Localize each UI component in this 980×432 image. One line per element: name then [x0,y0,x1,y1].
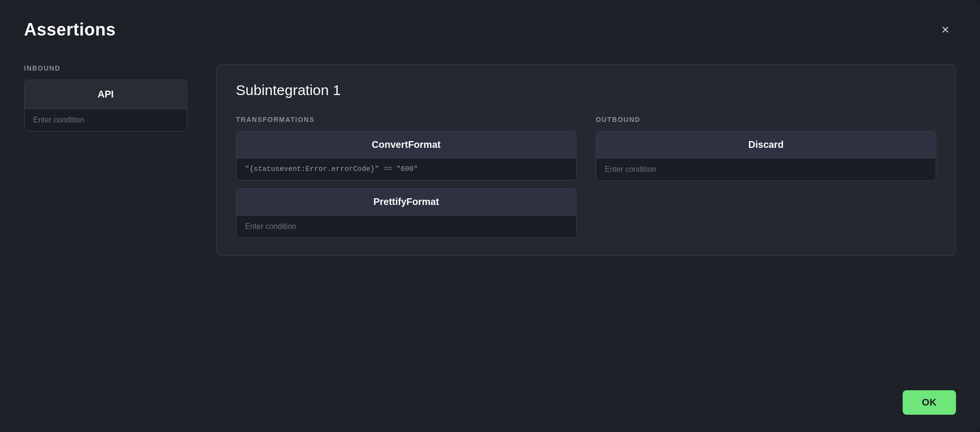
prettify-format-name: PrettifyFormat [373,196,439,207]
dialog-header: Assertions × [24,19,956,40]
discard-condition-input[interactable] [605,165,927,174]
inbound-api-card: API [24,80,187,132]
ok-button[interactable]: OK [903,390,956,415]
discard-header: Discard [596,132,936,158]
inbound-api-card-header: API [24,80,187,108]
transformations-label: TRANSFORMATIONS [236,116,576,123]
inbound-label: INBOUND [24,64,187,72]
convert-format-value: "{statusevent:Error.errorCode}" == "600" [236,158,576,180]
dialog-title: Assertions [24,20,116,40]
convert-format-card: ConvertFormat "{statusevent:Error.errorC… [236,131,576,180]
prettify-format-card: PrettifyFormat [236,188,576,238]
prettify-format-condition-area [236,215,576,238]
inbound-api-condition-input[interactable] [33,116,178,124]
outbound-column: OUTBOUND Discard [596,116,936,238]
discard-card: Discard [596,131,936,181]
dialog-body: INBOUND API Subintegration 1 TRANSFORMAT… [24,64,956,413]
prettify-format-header: PrettifyFormat [236,189,576,215]
discard-condition-area [596,158,936,180]
close-button[interactable]: × [935,19,956,40]
inbound-section: INBOUND API [24,64,187,132]
prettify-format-condition-input[interactable] [245,222,567,231]
subintegration-title: Subintegration 1 [236,82,936,98]
outbound-label: OUTBOUND [596,116,936,123]
convert-format-header: ConvertFormat [236,132,576,158]
inbound-api-name: API [98,89,113,99]
assertions-dialog: Assertions × INBOUND API Subintegration … [0,0,980,432]
convert-format-name: ConvertFormat [372,139,441,150]
subintegration-panel: Subintegration 1 TRANSFORMATIONS Convert… [216,64,956,256]
discard-name: Discard [748,139,784,150]
inbound-api-condition-area [24,108,187,131]
transformations-column: TRANSFORMATIONS ConvertFormat "{statusev… [236,116,576,238]
sub-columns: TRANSFORMATIONS ConvertFormat "{statusev… [236,116,936,238]
